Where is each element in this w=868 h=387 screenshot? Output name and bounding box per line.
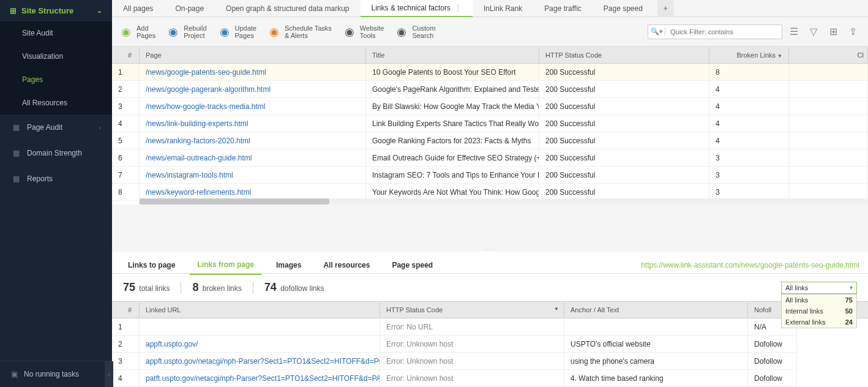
sidebar-item-all-resources[interactable]: All Resources <box>0 91 112 115</box>
list-icon[interactable]: ☰ <box>786 24 802 40</box>
search-dropdown-icon[interactable]: 🔍▾ <box>648 28 665 36</box>
detail-url[interactable]: https://www.link-assistant.com/news/goog… <box>641 261 859 269</box>
table-row[interactable]: 6/news/email-outreach-guide.htmlEmail Ou… <box>112 149 868 167</box>
sidebar-section-domain-strength[interactable]: ▦Domain Strength <box>0 140 112 166</box>
tab-on-page[interactable]: On-page <box>164 0 215 17</box>
col-page[interactable]: Page <box>140 48 366 62</box>
dcol-anchor[interactable]: Anchor / Alt Text <box>564 302 748 317</box>
sidebar: ⊞Site Structure ⌄ Site AuditVisualizatio… <box>0 0 112 387</box>
quick-filter-input[interactable] <box>665 26 782 38</box>
col-broken[interactable]: Broken Links▼ <box>709 48 789 62</box>
tab-links-technical-factors[interactable]: Links & technical factors ⋮ <box>361 0 473 17</box>
page-refresh-icon: ◉ <box>218 25 231 39</box>
tab-menu-icon[interactable]: ⋮ <box>454 4 462 12</box>
linked-url[interactable]: patft.uspto.gov/netacgi/nph-Parser?Sect1… <box>140 370 380 387</box>
tab-page-traffic[interactable]: Page traffic <box>533 0 592 17</box>
update-button[interactable]: ◉UpdatePages <box>218 24 256 39</box>
detail-tab-all-resources[interactable]: All resources <box>316 256 377 274</box>
sidebar-header[interactable]: ⊞Site Structure ⌄ <box>0 0 112 21</box>
detail-panel: Links to pageLinks from pageImagesAll re… <box>112 252 868 387</box>
top-tabs: All pagesOn-pageOpen graph & structured … <box>112 0 868 17</box>
table-row[interactable]: 5/news/ranking-factors-2020.htmlGoogle R… <box>112 132 868 149</box>
collapse-icon[interactable]: ‹ <box>105 361 113 387</box>
quick-filter[interactable]: 🔍▾ <box>648 24 782 39</box>
detail-tab-page-speed[interactable]: Page speed <box>384 256 440 274</box>
scroll-thumb[interactable] <box>140 198 329 205</box>
filter-icon[interactable]: ▽ <box>806 24 821 40</box>
page-link[interactable]: /news/google-pagerank-algorithm.html <box>140 81 366 98</box>
search-icon: ◉ <box>395 25 408 39</box>
linked-url[interactable]: appft.uspto.gov/ <box>140 336 380 353</box>
sidebar-tasks[interactable]: ▣ No running tasks ‹ <box>0 361 112 387</box>
tab-open-graph-structured-data-markup[interactable]: Open graph & structured data markup <box>215 0 360 17</box>
table-row[interactable]: 4/news/link-building-experts.htmlLink Bu… <box>112 115 868 132</box>
sitemap-icon: ⊞ <box>10 6 17 15</box>
table-row[interactable]: 3/news/how-google-tracks-media.htmlBy Bi… <box>112 98 868 115</box>
sidebar-section-page-audit[interactable]: ▦Page Audit› <box>0 115 112 140</box>
schedule-tasks-button[interactable]: ◉Schedule Tasks& Alerts <box>268 24 332 39</box>
col-title[interactable]: Title <box>366 48 539 62</box>
drag-handle[interactable]: ∙∙∙∙ <box>112 247 868 252</box>
filter-option-internal-links[interactable]: Internal links50 <box>782 306 856 317</box>
tab-inlink-rank[interactable]: InLink Rank <box>473 0 533 17</box>
filter-dropdown-wrap: All links All links75Internal links50Ext… <box>781 282 857 294</box>
detail-row[interactable]: 3appft.uspto.gov/netacgi/nph-Parser?Sect… <box>112 353 868 370</box>
detail-tabs: Links to pageLinks from pageImagesAll re… <box>112 252 868 274</box>
detail-tab-links-to-page[interactable]: Links to page <box>121 256 182 274</box>
col-last[interactable]: Cl <box>789 48 868 62</box>
custom-button[interactable]: ◉CustomSearch <box>395 24 435 39</box>
filter-option-all-links[interactable]: All links75 <box>782 295 856 306</box>
linked-url[interactable] <box>140 318 380 336</box>
sidebar-item-site-audit[interactable]: Site Audit <box>0 21 112 45</box>
detail-row[interactable]: 4patft.uspto.gov/netacgi/nph-Parser?Sect… <box>112 370 868 387</box>
bar-chart-icon: ▦ <box>11 123 21 132</box>
grid-header: # Page Title HTTP Status Code Broken Lin… <box>112 47 868 64</box>
stat-broken-links: 8 broken links <box>192 281 241 294</box>
calendar-icon: ◉ <box>268 25 281 39</box>
page-link[interactable]: /news/ranking-factors-2020.html <box>140 132 366 149</box>
add-button[interactable]: ◉AddPages <box>119 24 155 39</box>
sidebar-item-visualization[interactable]: Visualization <box>0 45 112 68</box>
chevron-right-icon: › <box>99 124 101 131</box>
page-link[interactable]: /news/link-building-experts.html <box>140 115 366 132</box>
detail-grid-header: # Linked URL HTTP Status Code▼ Anchor / … <box>112 301 868 318</box>
table-row[interactable]: 2/news/google-pagerank-algorithm.htmlGoo… <box>112 81 868 98</box>
filter-dropdown: All links75Internal links50External link… <box>781 294 857 328</box>
grid-body: 1/news/google-patents-seo-guide.html10 G… <box>112 64 868 205</box>
sidebar-item-pages[interactable]: Pages <box>0 68 112 91</box>
col-http[interactable]: HTTP Status Code <box>539 48 709 62</box>
sidebar-title: Site Structure <box>21 6 73 15</box>
add-tab-button[interactable]: + <box>657 0 674 17</box>
dcol-url[interactable]: Linked URL <box>140 302 380 317</box>
tasks-icon: ▣ <box>11 370 18 378</box>
website-button[interactable]: ◉WebsiteTools <box>343 24 384 39</box>
main-area: All pagesOn-pageOpen graph & structured … <box>112 0 868 387</box>
tab-all-pages[interactable]: All pages <box>112 0 164 17</box>
detail-tab-links-from-page[interactable]: Links from page <box>190 255 261 275</box>
tab-page-speed[interactable]: Page speed <box>593 0 654 17</box>
h-scrollbar[interactable] <box>140 198 868 205</box>
dcol-http[interactable]: HTTP Status Code▼ <box>380 302 564 317</box>
linked-url[interactable]: appft.uspto.gov/netacgi/nph-Parser?Sect1… <box>140 353 380 370</box>
filter-option-external-links[interactable]: External links24 <box>782 317 856 328</box>
page-link[interactable]: /news/google-patents-seo-guide.html <box>140 64 366 81</box>
page-link[interactable]: /news/how-google-tracks-media.html <box>140 98 366 115</box>
detail-row[interactable]: 2appft.uspto.gov/Error: Unknown hostUSPT… <box>112 336 868 353</box>
table-row[interactable]: 7/news/instagram-tools.htmlInstagram SEO… <box>112 167 868 184</box>
dcol-num[interactable]: # <box>112 302 140 317</box>
filter-select[interactable]: All links <box>781 282 857 294</box>
export-icon[interactable]: ⇪ <box>845 24 861 40</box>
tasks-label: No running tasks <box>24 370 79 378</box>
toolbar-right: 🔍▾ ☰ ▽ ⊞ ⇪ <box>648 24 861 40</box>
stat-dofollow-links: 74 dofollow links <box>264 281 324 294</box>
page-link[interactable]: /news/instagram-tools.html <box>140 167 366 184</box>
grid-icon[interactable]: ⊞ <box>825 24 841 40</box>
col-num[interactable]: # <box>112 48 140 62</box>
detail-tab-images[interactable]: Images <box>269 256 309 274</box>
page-link[interactable]: /news/email-outreach-guide.html <box>140 149 366 167</box>
sidebar-section-reports[interactable]: ▦Reports <box>0 166 112 192</box>
rebuild-button[interactable]: ◉RebuildProject <box>166 24 206 39</box>
detail-row[interactable]: 1Error: No URLN/A <box>112 318 868 336</box>
table-row[interactable]: 1/news/google-patents-seo-guide.html10 G… <box>112 64 868 81</box>
wrench-icon: ◉ <box>343 25 356 39</box>
